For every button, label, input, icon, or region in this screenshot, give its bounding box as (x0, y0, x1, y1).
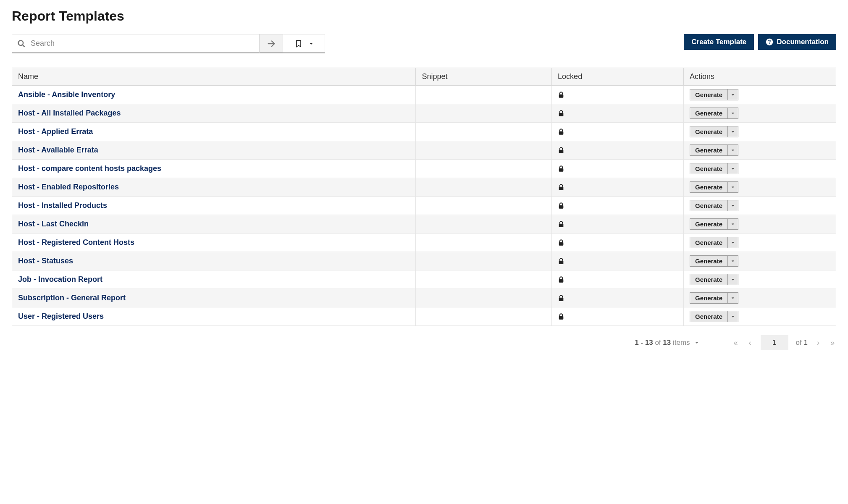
template-name-link[interactable]: Subscription - General Report (18, 294, 126, 302)
caret-down-icon (731, 222, 735, 226)
create-template-button[interactable]: Create Template (684, 34, 754, 50)
svg-rect-10 (559, 186, 564, 190)
template-name-link[interactable]: Host - Enabled Repositories (18, 183, 119, 191)
table-row: Host - compare content hosts packagesGen… (12, 160, 836, 178)
actions-cell: Generate (684, 141, 836, 160)
template-name-link[interactable]: Job - Invocation Report (18, 275, 102, 284)
actions-cell: Generate (684, 104, 836, 123)
snippet-cell (416, 197, 552, 215)
search-input[interactable] (30, 39, 254, 48)
actions-cell: Generate (684, 307, 836, 326)
column-header-name[interactable]: Name (12, 68, 416, 86)
locked-cell (552, 178, 684, 197)
lock-icon (558, 202, 564, 210)
generate-dropdown-toggle[interactable] (728, 163, 738, 174)
svg-rect-5 (559, 94, 564, 97)
search-icon (17, 39, 26, 48)
snippet-cell (416, 160, 552, 178)
actions-cell: Generate (684, 86, 836, 104)
generate-button[interactable]: Generate (690, 145, 728, 155)
caret-down-icon (731, 204, 735, 208)
generate-split-button: Generate (690, 311, 738, 322)
generate-button[interactable]: Generate (690, 89, 728, 100)
table-row: Host - Available ErrataGenerate (12, 141, 836, 160)
next-page-button[interactable]: › (815, 337, 821, 349)
svg-point-0 (18, 40, 24, 45)
first-page-button[interactable]: « (732, 337, 740, 349)
caret-down-icon (309, 41, 314, 46)
template-name-link[interactable]: Host - Last Checkin (18, 220, 89, 228)
generate-dropdown-toggle[interactable] (728, 200, 738, 211)
lock-icon (558, 276, 564, 284)
template-name-link[interactable]: Ansible - Ansible Inventory (18, 90, 115, 99)
bookmark-dropdown[interactable] (283, 34, 325, 53)
column-header-locked[interactable]: Locked (552, 68, 684, 86)
generate-dropdown-toggle[interactable] (728, 311, 738, 322)
actions-cell: Generate (684, 252, 836, 270)
generate-dropdown-toggle[interactable] (728, 126, 738, 137)
svg-rect-16 (559, 297, 564, 301)
items-summary[interactable]: 1 - 13 of 13 items (635, 339, 699, 347)
generate-button[interactable]: Generate (690, 274, 728, 285)
locked-cell (552, 252, 684, 270)
prev-page-button[interactable]: ‹ (747, 337, 753, 349)
svg-rect-14 (559, 260, 564, 264)
generate-dropdown-toggle[interactable] (728, 293, 738, 303)
total-pages-label: of 1 (796, 339, 808, 347)
table-row: Ansible - Ansible InventoryGenerate (12, 86, 836, 104)
search-input-wrap (12, 34, 260, 53)
generate-dropdown-toggle[interactable] (728, 274, 738, 285)
documentation-button[interactable]: ? Documentation (758, 34, 836, 50)
generate-dropdown-toggle[interactable] (728, 256, 738, 266)
generate-button[interactable]: Generate (690, 219, 728, 229)
svg-rect-7 (559, 131, 564, 134)
actions-cell: Generate (684, 123, 836, 141)
template-name-link[interactable]: Host - compare content hosts packages (18, 164, 161, 173)
caret-down-icon (731, 259, 735, 263)
svg-rect-9 (559, 168, 564, 171)
last-page-button[interactable]: » (829, 337, 836, 349)
table-row: Host - All Installed PackagesGenerate (12, 104, 836, 123)
generate-button[interactable]: Generate (690, 311, 728, 322)
template-name-link[interactable]: Host - All Installed Packages (18, 109, 121, 117)
lock-icon (558, 128, 564, 136)
template-name-link[interactable]: Host - Available Errata (18, 146, 98, 154)
generate-button[interactable]: Generate (690, 237, 728, 248)
generate-button[interactable]: Generate (690, 200, 728, 211)
generate-button[interactable]: Generate (690, 256, 728, 266)
template-name-link[interactable]: Host - Registered Content Hosts (18, 238, 134, 247)
template-name-link[interactable]: User - Registered Users (18, 312, 104, 320)
search-submit-button[interactable] (260, 34, 283, 53)
generate-dropdown-toggle[interactable] (728, 145, 738, 155)
svg-rect-15 (559, 279, 564, 282)
generate-dropdown-toggle[interactable] (728, 182, 738, 192)
page-title: Report Templates (12, 8, 836, 24)
template-name-link[interactable]: Host - Installed Products (18, 201, 107, 210)
generate-button[interactable]: Generate (690, 293, 728, 303)
generate-dropdown-toggle[interactable] (728, 89, 738, 100)
generate-dropdown-toggle[interactable] (728, 219, 738, 229)
generate-split-button: Generate (690, 181, 738, 193)
generate-split-button: Generate (690, 144, 738, 156)
generate-button[interactable]: Generate (690, 163, 728, 174)
generate-button[interactable]: Generate (690, 126, 728, 137)
current-page-input[interactable] (761, 335, 788, 350)
actions-cell: Generate (684, 178, 836, 197)
lock-icon (558, 313, 564, 320)
table-row: Host - Installed ProductsGenerate (12, 197, 836, 215)
caret-down-icon (731, 130, 735, 134)
snippet-cell (416, 289, 552, 307)
generate-dropdown-toggle[interactable] (728, 237, 738, 248)
generate-dropdown-toggle[interactable] (728, 108, 738, 118)
locked-cell (552, 234, 684, 252)
lock-icon (558, 294, 564, 302)
column-header-snippet[interactable]: Snippet (416, 68, 552, 86)
arrow-right-icon (267, 39, 276, 48)
generate-split-button: Generate (690, 237, 738, 248)
locked-cell (552, 160, 684, 178)
generate-button[interactable]: Generate (690, 108, 728, 118)
generate-button[interactable]: Generate (690, 182, 728, 192)
template-name-link[interactable]: Host - Statuses (18, 257, 73, 265)
template-name-link[interactable]: Host - Applied Errata (18, 127, 93, 136)
caret-down-icon (731, 241, 735, 245)
